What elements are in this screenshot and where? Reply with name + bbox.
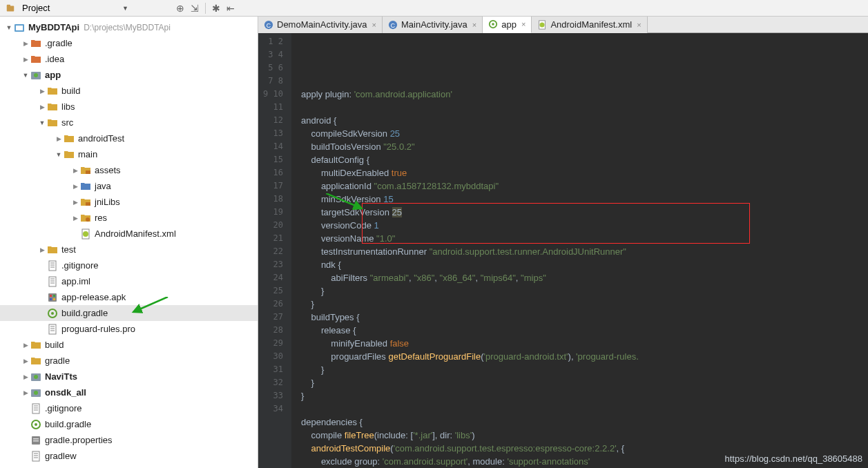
- code-content[interactable]: apply plugin: 'com.android.application' …: [291, 33, 868, 468]
- expand-arrow-icon[interactable]: ▶: [22, 40, 29, 47]
- code-line[interactable]: compile fileTree(include: ['*.jar'], dir…: [301, 429, 868, 442]
- expand-arrow-icon[interactable]: ▶: [72, 183, 79, 190]
- code-line[interactable]: }: [301, 389, 868, 402]
- code-line[interactable]: ndk {: [301, 258, 868, 271]
- expand-arrow-icon[interactable]: ▼: [55, 151, 62, 158]
- tree-item-gradle-properties[interactable]: gradle.properties: [0, 432, 258, 448]
- code-line[interactable]: }: [301, 298, 868, 311]
- code-line[interactable]: apply plugin: 'com.android.application': [301, 88, 868, 101]
- code-line[interactable]: testInstrumentationRunner "android.suppo…: [301, 245, 868, 258]
- tree-item-res[interactable]: ▶res: [0, 210, 258, 226]
- close-icon[interactable]: ×: [637, 21, 641, 29]
- tree-item-MyBDDTApi[interactable]: ▼MyBDDTApiD:\projects\MyBDDTApi: [0, 19, 258, 35]
- code-line[interactable]: dependencies {: [301, 416, 868, 429]
- close-icon[interactable]: ×: [521, 20, 525, 28]
- tree-item--gradle[interactable]: ▶.gradle: [0, 35, 258, 51]
- file-icon: [47, 324, 58, 335]
- tab-app[interactable]: app×: [483, 17, 532, 33]
- code-line[interactable]: minSdkVersion 15: [301, 193, 868, 206]
- code-line[interactable]: [301, 101, 868, 114]
- expand-arrow-icon[interactable]: ▼: [6, 24, 12, 31]
- tree-label: jniLibs: [95, 197, 120, 207]
- code-line[interactable]: versionCode 1: [301, 219, 868, 232]
- code-line[interactable]: [301, 402, 868, 416]
- hide-icon[interactable]: ⇤: [226, 3, 235, 14]
- code-line[interactable]: buildToolsVersion "25.0.2": [301, 140, 868, 153]
- tab-MainActivity-java[interactable]: CMainActivity.java×: [383, 17, 483, 33]
- project-panel-header[interactable]: Project ▼: [0, 3, 138, 13]
- locate-icon[interactable]: ⊕: [176, 3, 184, 14]
- tree-item-java[interactable]: ▶java: [0, 178, 258, 194]
- code-line[interactable]: proguardFiles getDefaultProguardFile('pr…: [301, 350, 868, 363]
- tree-item-libs[interactable]: ▶libs: [0, 99, 258, 115]
- expand-arrow-icon[interactable]: ▶: [22, 389, 29, 396]
- collapse-icon[interactable]: ⇲: [191, 3, 199, 14]
- svg-rect-11: [49, 261, 56, 271]
- expand-arrow-icon[interactable]: ▶: [72, 167, 79, 174]
- expand-arrow-icon[interactable]: ▶: [22, 373, 29, 380]
- expand-arrow-icon[interactable]: ▶: [39, 246, 46, 253]
- gear-icon[interactable]: ✱: [212, 3, 220, 14]
- tree-item-test[interactable]: ▶test: [0, 242, 258, 257]
- tree-item-build[interactable]: ▶build: [0, 83, 258, 99]
- tree-item-build-gradle[interactable]: build.gradle: [0, 416, 258, 432]
- code-line[interactable]: abiFilters "armeabi", "x86", "x86_64", "…: [301, 271, 868, 284]
- tree-label: proguard-rules.pro: [61, 324, 135, 334]
- tree-label: build.gradle: [61, 308, 108, 318]
- svg-rect-20: [50, 295, 52, 297]
- project-tree[interactable]: ▼MyBDDTApiD:\projects\MyBDDTApi▶.gradle▶…: [0, 17, 258, 468]
- expand-arrow-icon[interactable]: ▶: [39, 104, 46, 110]
- tree-item--idea[interactable]: ▶.idea: [0, 51, 258, 67]
- code-line[interactable]: }: [301, 284, 868, 298]
- code-line[interactable]: }: [301, 376, 868, 389]
- expand-arrow-icon[interactable]: ▶: [22, 56, 29, 63]
- tree-item-jniLibs[interactable]: ▶jniLibs: [0, 194, 258, 210]
- code-line[interactable]: release {: [301, 324, 868, 337]
- tree-item-assets[interactable]: ▶assets: [0, 162, 258, 178]
- tree-item-src[interactable]: ▼src: [0, 115, 258, 130]
- close-icon[interactable]: ×: [372, 21, 376, 29]
- code-line[interactable]: multiDexEnabled true: [301, 166, 868, 179]
- tree-item--gitignore[interactable]: .gitignore: [0, 400, 258, 416]
- code-line[interactable]: compileSdkVersion 25: [301, 127, 868, 140]
- folder-y-icon: [47, 117, 58, 128]
- tree-item-proguard-rules-pro[interactable]: proguard-rules.pro: [0, 321, 258, 337]
- tree-item-app-release-apk[interactable]: app-release.apk: [0, 289, 258, 305]
- tree-item-build-gradle[interactable]: build.gradle: [0, 305, 258, 321]
- expand-arrow-icon[interactable]: ▼: [39, 119, 46, 126]
- code-editor[interactable]: 1 2 3 4 5 6 7 8 9 10 11 12 13 14 15 16 1…: [258, 33, 868, 468]
- code-line[interactable]: minifyEnabled false: [301, 337, 868, 350]
- dropdown-icon[interactable]: ▼: [122, 5, 128, 12]
- close-icon[interactable]: ×: [472, 21, 476, 29]
- code-line[interactable]: defaultConfig {: [301, 153, 868, 166]
- code-line[interactable]: android {: [301, 114, 868, 127]
- gradle-icon: [47, 308, 58, 319]
- tree-item-androidTest[interactable]: ▶androidTest: [0, 130, 258, 146]
- tree-item-gradle[interactable]: ▶gradle: [0, 353, 258, 369]
- tab-DemoMainActivity-java[interactable]: CDemoMainActivity.java×: [258, 17, 383, 33]
- code-line[interactable]: versionName "1.0": [301, 232, 868, 245]
- code-line[interactable]: buildTypes {: [301, 311, 868, 324]
- code-line[interactable]: }: [301, 363, 868, 376]
- tree-item-onsdk_all[interactable]: ▶onsdk_all: [0, 384, 258, 400]
- tree-item-app-iml[interactable]: app.iml: [0, 273, 258, 289]
- expand-arrow-icon[interactable]: ▶: [22, 358, 29, 364]
- tree-item-gradlew[interactable]: gradlew: [0, 448, 258, 464]
- expand-arrow-icon[interactable]: ▶: [72, 199, 79, 206]
- expand-arrow-icon[interactable]: ▼: [22, 72, 29, 79]
- folder-y-icon: [47, 101, 58, 113]
- tree-item-NaviTts[interactable]: ▶NaviTts: [0, 369, 258, 384]
- expand-arrow-icon[interactable]: ▶: [55, 135, 62, 142]
- tree-item-main[interactable]: ▼main: [0, 146, 258, 162]
- expand-arrow-icon[interactable]: ▶: [72, 215, 79, 222]
- code-line[interactable]: applicationId "com.a1587128132.mybddtapi…: [301, 179, 868, 193]
- expand-arrow-icon[interactable]: ▶: [39, 88, 46, 95]
- tab-AndroidManifest-xml[interactable]: AndroidManifest.xml×: [532, 17, 647, 33]
- tree-item-AndroidManifest-xml[interactable]: AndroidManifest.xml: [0, 226, 258, 242]
- tree-item-build[interactable]: ▶build: [0, 337, 258, 353]
- tree-label: build.gradle: [45, 419, 91, 429]
- tree-item--gitignore[interactable]: .gitignore: [0, 257, 258, 273]
- tree-item-app[interactable]: ▼app: [0, 67, 258, 83]
- code-line[interactable]: targetSdkVersion 25: [301, 206, 868, 219]
- expand-arrow-icon[interactable]: ▶: [22, 342, 29, 349]
